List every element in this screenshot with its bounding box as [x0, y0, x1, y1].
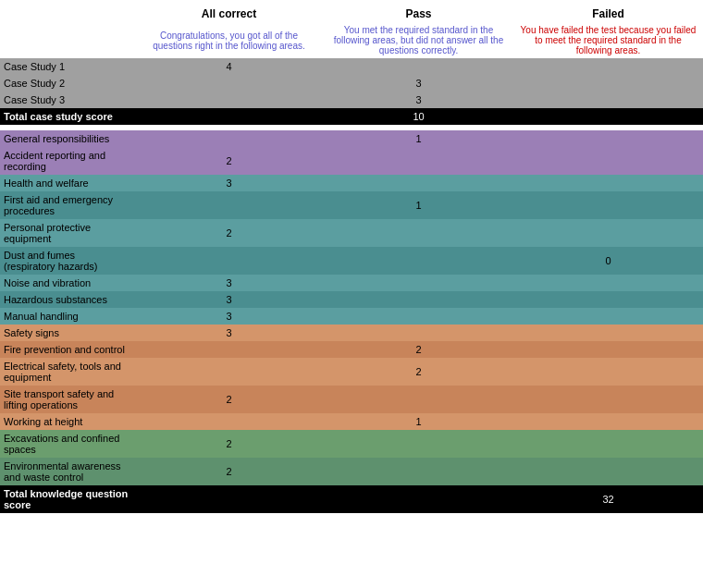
total-case-study-pass: 10 [324, 108, 513, 125]
knowledge-row: Working at height 1 [0, 413, 703, 430]
all-correct-cell: 3 [134, 325, 324, 341]
knowledge-row: Dust and fumes (respiratory hazards) 0 [0, 247, 703, 275]
all-correct-cell: 2 [134, 386, 324, 413]
failed-cell [513, 386, 703, 413]
failed-cell [513, 325, 703, 341]
knowledge-row: Hazardous substances 3 [0, 291, 703, 308]
failed-subheader: You have failed the test because you fai… [513, 22, 703, 58]
pass-cell [324, 247, 513, 275]
all-correct-cell [134, 341, 324, 358]
all-correct-cell [134, 191, 324, 219]
row-label: Site transport safety and lifting operat… [0, 386, 134, 413]
all-correct-header: All correct [134, 0, 324, 22]
all-correct-cell [134, 358, 324, 386]
knowledge-row: Fire prevention and control 2 [0, 341, 703, 358]
all-correct-cell [134, 92, 324, 108]
failed-cell [513, 75, 703, 92]
failed-cell [513, 58, 703, 75]
row-label: Working at height [0, 413, 134, 430]
row-label: Accident reporting and recording [0, 147, 134, 175]
failed-header: Failed [513, 0, 703, 22]
row-label: Dust and fumes (respiratory hazards) [0, 247, 134, 275]
total-knowledge-all-correct [134, 485, 324, 513]
knowledge-row: Manual handling 3 [0, 308, 703, 325]
case-study-row: Case Study 1 4 [0, 58, 703, 75]
knowledge-row: Environmental awareness and waste contro… [0, 458, 703, 485]
knowledge-row: Accident reporting and recording 2 [0, 147, 703, 175]
all-correct-cell: 3 [134, 275, 324, 291]
all-correct-cell: 3 [134, 291, 324, 308]
knowledge-row: Site transport safety and lifting operat… [0, 386, 703, 413]
pass-cell: 2 [324, 341, 513, 358]
pass-cell [324, 175, 513, 191]
knowledge-row: Excavations and confined spaces 2 [0, 430, 703, 458]
failed-cell [513, 219, 703, 247]
row-label: Environmental awareness and waste contro… [0, 458, 134, 485]
pass-cell: 1 [324, 130, 513, 147]
pass-cell [324, 58, 513, 75]
all-correct-cell [134, 413, 324, 430]
case-study-row: Case Study 2 3 [0, 75, 703, 92]
all-correct-subheader: Congratulations, you got all of the ques… [134, 22, 324, 58]
pass-cell [324, 219, 513, 247]
all-correct-cell: 2 [134, 458, 324, 485]
subheader-row: Congratulations, you got all of the ques… [0, 22, 703, 58]
total-knowledge-row: Total knowledge question score 32 [0, 485, 703, 513]
pass-cell [324, 458, 513, 485]
failed-cell [513, 430, 703, 458]
all-correct-cell [134, 75, 324, 92]
row-label: Electrical safety, tools and equipment [0, 358, 134, 386]
row-label: Case Study 1 [0, 58, 134, 75]
row-label: Excavations and confined spaces [0, 430, 134, 458]
row-label: Manual handling [0, 308, 134, 325]
knowledge-row: Electrical safety, tools and equipment 2 [0, 358, 703, 386]
failed-cell [513, 92, 703, 108]
all-correct-cell: 4 [134, 58, 324, 75]
row-label: Case Study 2 [0, 75, 134, 92]
results-table: All correct Pass Failed Congratulations,… [0, 0, 703, 513]
empty-header [0, 0, 134, 22]
pass-cell [324, 430, 513, 458]
row-label: First aid and emergency procedures [0, 191, 134, 219]
all-correct-cell: 2 [134, 430, 324, 458]
total-knowledge-pass [324, 485, 513, 513]
all-correct-cell [134, 130, 324, 147]
knowledge-row: Health and welfare 3 [0, 175, 703, 191]
failed-cell [513, 358, 703, 386]
failed-cell [513, 147, 703, 175]
total-case-study-label: Total case study score [0, 108, 134, 125]
all-correct-cell: 2 [134, 147, 324, 175]
pass-cell: 1 [324, 413, 513, 430]
all-correct-cell: 3 [134, 308, 324, 325]
row-label: Noise and vibration [0, 275, 134, 291]
row-label: Fire prevention and control [0, 341, 134, 358]
pass-cell [324, 325, 513, 341]
failed-cell [513, 275, 703, 291]
failed-cell [513, 175, 703, 191]
pass-cell [324, 275, 513, 291]
knowledge-row: Noise and vibration 3 [0, 275, 703, 291]
pass-cell: 2 [324, 358, 513, 386]
all-correct-cell: 2 [134, 219, 324, 247]
total-case-study-failed [513, 108, 703, 125]
failed-cell [513, 308, 703, 325]
pass-cell [324, 386, 513, 413]
failed-cell [513, 341, 703, 358]
pass-cell: 3 [324, 75, 513, 92]
all-correct-cell [134, 247, 324, 275]
total-case-study-all-correct [134, 108, 324, 125]
failed-cell [513, 291, 703, 308]
pass-subheader: You met the required standard in the fol… [324, 22, 513, 58]
failed-cell: 0 [513, 247, 703, 275]
column-headers: All correct Pass Failed [0, 0, 703, 22]
failed-cell [513, 458, 703, 485]
pass-cell [324, 291, 513, 308]
knowledge-row: General responsibilities 1 [0, 130, 703, 147]
pass-cell [324, 147, 513, 175]
total-knowledge-label: Total knowledge question score [0, 485, 134, 513]
row-label: Safety signs [0, 325, 134, 341]
total-knowledge-failed: 32 [513, 485, 703, 513]
row-label: Personal protective equipment [0, 219, 134, 247]
knowledge-row: First aid and emergency procedures 1 [0, 191, 703, 219]
all-correct-cell: 3 [134, 175, 324, 191]
